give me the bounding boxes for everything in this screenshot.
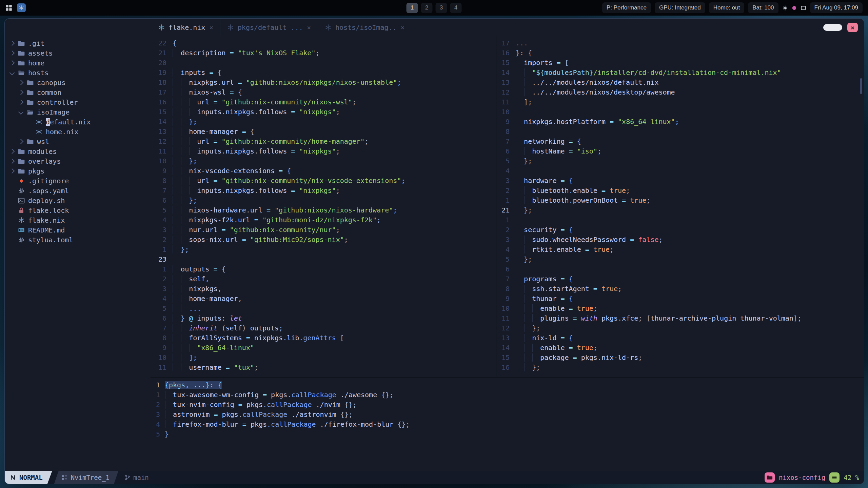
code-line[interactable]: 21 description = "tux's NixOS Flake"; [151,48,496,58]
tree-item-common[interactable]: common [5,87,151,97]
code-line[interactable]: 2 tux-nvim-config = pkgs.callPackage ./n… [151,400,864,410]
code-line[interactable]: 17... [496,38,864,48]
tree-item-.gitignore[interactable]: .gitignore [5,176,151,186]
tree-item-hosts[interactable]: hosts [5,68,151,78]
tree-item-assets[interactable]: assets [5,48,151,58]
file-explorer[interactable]: .gitassetshomehostscanopuscommoncontroll… [5,36,151,471]
code-line[interactable]: 16}: { [496,48,864,58]
tree-item-default.nix[interactable]: default.nix [5,117,151,127]
scrollbar-indicator[interactable] [860,78,862,94]
code-line[interactable]: 11 ]; [496,97,864,107]
code-line[interactable]: 15 imports = [ [496,58,864,68]
code-line[interactable]: 8 ssh.startAgent = true; [496,284,864,294]
tray-window-icon[interactable] [801,5,806,11]
code-line[interactable]: 15 inputs.nixpkgs.follows = "nixpkgs"; [151,107,496,117]
code-line[interactable]: 3 sudo.wheelNeedsPassword = false; [496,235,864,245]
code-line[interactable]: 5 }; [496,156,864,166]
app-launcher-icon[interactable] [5,4,12,11]
code-line[interactable]: 17 nixos-wsl = { [151,87,496,97]
code-line[interactable]: 19 inputs = { [151,68,496,78]
tree-item-modules[interactable]: modules [5,146,151,156]
code-line[interactable]: 21 }; [496,205,864,215]
tab-close-icon[interactable]: × [209,24,213,31]
titlebar-close-button[interactable]: × [847,23,858,32]
code-line[interactable]: 10 }; [151,156,496,166]
buffer-tab-1[interactable]: flake.nix× [151,19,220,36]
tree-item-.git[interactable]: .git [5,38,151,48]
code-line[interactable]: 16 url = "github:nix-community/nixos-wsl… [151,97,496,107]
code-line[interactable]: 5 nixos-hardware.url = "github:nixos/nix… [151,205,496,215]
code-line[interactable]: 13 home-manager = { [151,127,496,137]
code-line[interactable]: 7 inputs.nixpkgs.follows = "nixpkgs"; [151,186,496,196]
code-line[interactable]: 12 ../../modules/nixos/desktop/awesome [496,87,864,97]
tree-item-deploy.sh[interactable]: deploy.sh [5,196,151,205]
code-line[interactable]: 3 nur.url = "github:nix-community/nur"; [151,225,496,235]
code-line[interactable]: 23 [151,255,496,264]
buffer-tab-2[interactable]: pkgs/default ...× [220,19,318,36]
color-dot-icon[interactable] [791,5,797,11]
code-line[interactable]: 9 nixpkgs.hostPlatform = "x86_64-linux"; [496,117,864,127]
code-line[interactable]: 10 [496,107,864,117]
code-line[interactable]: 13 nix-ld = { [496,333,864,343]
code-line[interactable]: 4 nixpkgs-f2k.url = "github:moni-dz/nixp… [151,215,496,225]
tab-close-icon[interactable]: × [401,24,405,31]
code-line[interactable]: 1 }; [151,245,496,255]
editor-pane-pkgs-default[interactable]: 1{pkgs, ...}: {1 tux-awesome-wm-config =… [151,377,864,471]
code-line[interactable]: 9 nix-vscode-extensions = { [151,166,496,176]
tree-item-home.nix[interactable]: home.nix [5,127,151,137]
code-line[interactable]: 5} [151,429,864,439]
code-line[interactable]: 8 [496,127,864,137]
code-line[interactable]: 2 sops-nix.url = "github:Mic92/sops-nix"… [151,235,496,245]
code-line[interactable]: 3 astronvim = pkgs.callPackage ./astronv… [151,410,864,420]
code-line[interactable]: 6 hostName = "iso"; [496,146,864,156]
tree-item-overlays[interactable]: overlays [5,156,151,166]
code-line[interactable]: 2 security = { [496,225,864,235]
code-line[interactable]: 2 bluetooth.enable = true; [496,186,864,196]
code-line[interactable]: 4 home-manager, [151,294,496,304]
code-line[interactable]: 1 bluetooth.powerOnBoot = true; [496,196,864,205]
tab-close-icon[interactable]: × [307,24,311,31]
code-line[interactable]: 6 } @ inputs: let [151,313,496,323]
code-line[interactable]: 9 thunar = { [496,294,864,304]
code-line[interactable]: 10 ]; [151,353,496,363]
workspace-button-4[interactable]: 4 [450,3,462,13]
tree-item-flake.nix[interactable]: flake.nix [5,215,151,225]
code-line[interactable]: 6 }; [151,196,496,205]
tree-item-canopus[interactable]: canopus [5,78,151,87]
tree-item-controller[interactable]: controller [5,97,151,107]
code-line[interactable]: 9 "x86_64-linux" [151,343,496,353]
code-line[interactable]: 20 [151,58,496,68]
code-line[interactable]: 4 rtkit.enable = true; [496,245,864,255]
code-line[interactable]: 16 }; [496,363,864,372]
code-line[interactable]: 11 inputs.nixpkgs.follows = "nixpkgs"; [151,146,496,156]
code-line[interactable]: 11 plugins = with pkgs.xfce; [thunar-arc… [496,313,864,323]
titlebar-toggle-button[interactable] [823,24,842,31]
code-line[interactable]: 15 package = pkgs.nix-ld-rs; [496,353,864,363]
tree-item-stylua.toml[interactable]: stylua.toml [5,235,151,245]
distro-menu-icon[interactable] [17,3,26,12]
code-line[interactable]: 12 }; [496,323,864,333]
code-line[interactable]: 1{pkgs, ...}: { [151,380,864,390]
tree-item-flake.lock[interactable]: flake.lock [5,205,151,215]
code-line[interactable]: 1 outputs = { [151,264,496,274]
editor-pane-iso-image[interactable]: 17...16}: {15 imports = [14 "${modulesPa… [496,36,864,377]
code-line[interactable]: 4 firefox-mod-blur = pkgs.callPackage ./… [151,420,864,429]
code-line[interactable]: 4 [496,166,864,176]
code-line[interactable]: 11 username = "tux"; [151,363,496,372]
code-line[interactable]: 8 forAllSystems = nixpkgs.lib.genAttrs [ [151,333,496,343]
code-line[interactable]: 13 ../../modules/nixos/default.nix [496,78,864,87]
tree-item-home[interactable]: home [5,58,151,68]
code-line[interactable]: 12 url = "github:nix-community/home-mana… [151,137,496,146]
code-line[interactable]: 3 nixpkgs, [151,284,496,294]
code-line[interactable]: 7 programs = { [496,274,864,284]
code-line[interactable]: 14 enable = true; [496,343,864,353]
workspace-button-3[interactable]: 3 [436,3,447,13]
code-line[interactable]: 6 [496,264,864,274]
editor-pane-flake[interactable]: 22{21 description = "tux's NixOS Flake";… [151,36,496,377]
code-line[interactable]: 3 hardware = { [496,176,864,186]
code-line[interactable]: 18 nixpkgs.url = "github:nixos/nixpkgs/n… [151,78,496,87]
code-line[interactable]: 10 enable = true; [496,304,864,313]
code-line[interactable]: 14 }; [151,117,496,127]
tree-item-wsl[interactable]: wsl [5,137,151,146]
workspace-button-1[interactable]: 1 [407,3,418,13]
